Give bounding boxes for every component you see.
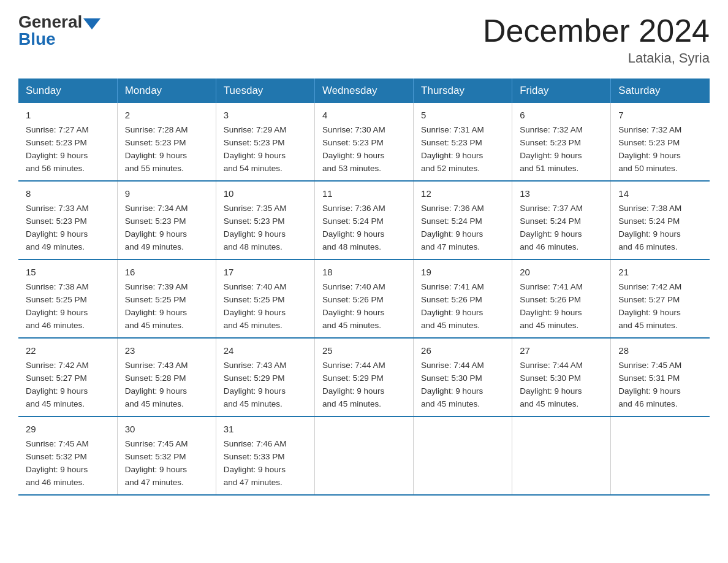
day-number: 16 [125,265,208,279]
col-header-monday: Monday [117,79,216,103]
day-number: 2 [125,108,208,122]
day-number: 27 [520,343,603,358]
calendar-cell: 24Sunrise: 7:43 AMSunset: 5:29 PMDayligh… [216,338,314,416]
day-number: 30 [125,422,208,436]
col-header-sunday: Sunday [18,79,117,103]
col-header-thursday: Thursday [414,79,512,103]
calendar-cell: 30Sunrise: 7:45 AMSunset: 5:32 PMDayligh… [117,416,216,495]
calendar-week-2: 8Sunrise: 7:33 AMSunset: 5:23 PMDaylight… [18,181,710,259]
calendar-cell: 17Sunrise: 7:40 AMSunset: 5:25 PMDayligh… [216,259,314,338]
logo-blue-text: Blue [18,29,100,49]
col-header-wednesday: Wednesday [314,79,413,103]
day-number: 24 [224,343,307,358]
calendar-cell: 20Sunrise: 7:41 AMSunset: 5:26 PMDayligh… [512,259,611,338]
day-number: 7 [618,108,702,122]
col-header-tuesday: Tuesday [216,79,314,103]
calendar-cell: 13Sunrise: 7:37 AMSunset: 5:24 PMDayligh… [512,181,611,259]
day-number: 12 [421,186,504,201]
day-number: 11 [322,186,406,201]
title-block: December 2024 Latakia, Syria [483,12,710,66]
calendar-cell: 27Sunrise: 7:44 AMSunset: 5:30 PMDayligh… [512,338,611,416]
day-number: 21 [618,265,702,279]
calendar-cell: 10Sunrise: 7:35 AMSunset: 5:23 PMDayligh… [216,181,314,259]
calendar-cell: 21Sunrise: 7:42 AMSunset: 5:27 PMDayligh… [611,259,710,338]
day-number: 8 [26,186,110,201]
col-header-friday: Friday [512,79,611,103]
calendar-table: SundayMondayTuesdayWednesdayThursdayFrid… [18,79,710,496]
day-number: 5 [421,108,504,122]
calendar-week-5: 29Sunrise: 7:45 AMSunset: 5:32 PMDayligh… [18,416,710,495]
day-number: 23 [125,343,208,358]
calendar-cell: 16Sunrise: 7:39 AMSunset: 5:25 PMDayligh… [117,259,216,338]
logo-arrow-icon [83,18,100,29]
calendar-cell: 9Sunrise: 7:34 AMSunset: 5:23 PMDaylight… [117,181,216,259]
day-number: 9 [125,186,208,201]
calendar-week-4: 22Sunrise: 7:42 AMSunset: 5:27 PMDayligh… [18,338,710,416]
day-number: 3 [224,108,307,122]
calendar-cell: 22Sunrise: 7:42 AMSunset: 5:27 PMDayligh… [18,338,117,416]
calendar-cell: 11Sunrise: 7:36 AMSunset: 5:24 PMDayligh… [314,181,413,259]
calendar-cell: 25Sunrise: 7:44 AMSunset: 5:29 PMDayligh… [314,338,413,416]
calendar-cell: 2Sunrise: 7:28 AMSunset: 5:23 PMDaylight… [117,103,216,181]
calendar-cell: 5Sunrise: 7:31 AMSunset: 5:23 PMDaylight… [414,103,512,181]
day-number: 19 [421,265,504,279]
calendar-cell: 23Sunrise: 7:43 AMSunset: 5:28 PMDayligh… [117,338,216,416]
calendar-cell [611,416,710,495]
calendar-cell: 12Sunrise: 7:36 AMSunset: 5:24 PMDayligh… [414,181,512,259]
day-number: 29 [26,422,110,436]
day-number: 17 [224,265,307,279]
location-label: Latakia, Syria [483,50,710,66]
calendar-cell: 3Sunrise: 7:29 AMSunset: 5:23 PMDaylight… [216,103,314,181]
day-number: 26 [421,343,504,358]
day-number: 25 [322,343,406,358]
col-header-saturday: Saturday [611,79,710,103]
day-number: 18 [322,265,406,279]
calendar-cell: 18Sunrise: 7:40 AMSunset: 5:26 PMDayligh… [314,259,413,338]
calendar-week-3: 15Sunrise: 7:38 AMSunset: 5:25 PMDayligh… [18,259,710,338]
calendar-cell: 26Sunrise: 7:44 AMSunset: 5:30 PMDayligh… [414,338,512,416]
day-number: 22 [26,343,110,358]
logo: General Blue [18,12,100,49]
day-number: 1 [26,108,110,122]
calendar-cell: 1Sunrise: 7:27 AMSunset: 5:23 PMDaylight… [18,103,117,181]
day-number: 28 [618,343,702,358]
calendar-cell: 14Sunrise: 7:38 AMSunset: 5:24 PMDayligh… [611,181,710,259]
calendar-cell: 7Sunrise: 7:32 AMSunset: 5:23 PMDaylight… [611,103,710,181]
calendar-week-1: 1Sunrise: 7:27 AMSunset: 5:23 PMDaylight… [18,103,710,181]
calendar-header-row: SundayMondayTuesdayWednesdayThursdayFrid… [18,79,710,103]
calendar-cell: 28Sunrise: 7:45 AMSunset: 5:31 PMDayligh… [611,338,710,416]
calendar-cell: 31Sunrise: 7:46 AMSunset: 5:33 PMDayligh… [216,416,314,495]
day-number: 13 [520,186,603,201]
day-number: 20 [520,265,603,279]
calendar-cell [512,416,611,495]
page-header: General Blue December 2024 Latakia, Syri… [18,12,710,66]
calendar-cell: 15Sunrise: 7:38 AMSunset: 5:25 PMDayligh… [18,259,117,338]
day-number: 10 [224,186,307,201]
day-number: 31 [224,422,307,436]
day-number: 15 [26,265,110,279]
calendar-cell: 19Sunrise: 7:41 AMSunset: 5:26 PMDayligh… [414,259,512,338]
month-title: December 2024 [483,12,710,49]
calendar-cell: 4Sunrise: 7:30 AMSunset: 5:23 PMDaylight… [314,103,413,181]
calendar-cell: 29Sunrise: 7:45 AMSunset: 5:32 PMDayligh… [18,416,117,495]
calendar-cell: 6Sunrise: 7:32 AMSunset: 5:23 PMDaylight… [512,103,611,181]
day-number: 4 [322,108,406,122]
calendar-cell [314,416,413,495]
calendar-cell: 8Sunrise: 7:33 AMSunset: 5:23 PMDaylight… [18,181,117,259]
day-number: 6 [520,108,603,122]
calendar-cell [414,416,512,495]
day-number: 14 [618,186,702,201]
